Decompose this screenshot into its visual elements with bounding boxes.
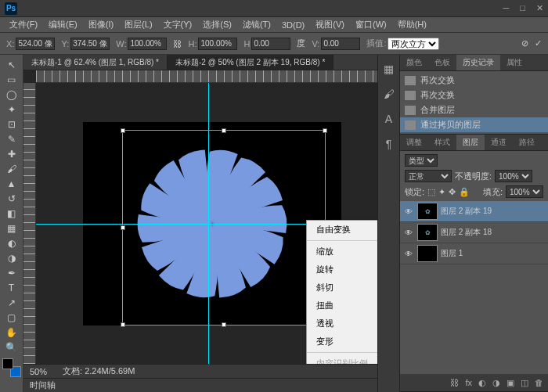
x-input[interactable] (16, 38, 55, 50)
panel-tab[interactable]: 样式 (428, 135, 456, 150)
transform-handle-nw[interactable] (121, 128, 125, 133)
visibility-icon[interactable]: 👁 (403, 228, 414, 237)
group-icon[interactable]: ▣ (507, 378, 514, 388)
adjustment-icon[interactable]: ◑ (492, 378, 500, 388)
minimize-icon[interactable]: ─ (503, 3, 510, 13)
menu-item[interactable]: 文字(Y) (159, 17, 197, 32)
context-menu-item[interactable]: 自由变换 (307, 221, 377, 239)
lock-position-icon[interactable]: ✥ (449, 187, 456, 197)
layer-filter-select[interactable]: 类型 (405, 154, 438, 167)
zoom-tool[interactable]: 🔍 (3, 340, 20, 354)
menu-item[interactable]: 选择(S) (198, 17, 236, 32)
fill-select[interactable]: 100% (506, 185, 543, 198)
context-menu-item[interactable]: 扭曲 (307, 297, 377, 315)
h-input[interactable] (198, 38, 237, 50)
document-tab[interactable]: 未标题-1 @ 62.4% (图层 1, RGB/8) * (23, 55, 168, 70)
lasso-tool[interactable]: ◯ (3, 88, 20, 102)
marquee-tool[interactable]: ▭ (3, 73, 20, 87)
eraser-tool[interactable]: ◧ (3, 207, 20, 221)
dock-icon-para[interactable]: ¶ (381, 136, 397, 152)
menu-item[interactable]: 编辑(E) (44, 17, 82, 32)
panel-tab[interactable]: 路径 (513, 135, 541, 150)
document-tab[interactable]: 未标题-2 @ 50% (图层 2 副本 19, RGB/8) * (168, 55, 333, 70)
hand-tool[interactable]: ✋ (3, 325, 20, 340)
panel-tab[interactable]: 图层 (456, 135, 485, 150)
new-layer-icon[interactable]: ◫ (521, 378, 528, 388)
link-icon[interactable]: ⛓ (173, 39, 182, 49)
visibility-icon[interactable]: 👁 (403, 250, 414, 258)
move-tool[interactable]: ↖ (3, 58, 20, 72)
zoom-value[interactable]: 50% (30, 367, 47, 376)
shape-tool[interactable]: ▢ (3, 311, 20, 325)
eyedropper-tool[interactable]: ✎ (3, 132, 20, 146)
visibility-icon[interactable]: 👁 (403, 207, 414, 216)
transform-handle-w[interactable] (121, 225, 125, 230)
menu-item[interactable]: 滤镜(T) (238, 17, 276, 32)
context-menu-item[interactable]: 斜切 (307, 279, 377, 297)
brush-tool[interactable]: 🖌 (3, 162, 20, 176)
menu-item[interactable]: 窗口(W) (351, 17, 391, 32)
w-input[interactable] (128, 38, 167, 50)
canvas-viewport[interactable]: 自由变换缩放旋转斜切扭曲透视变形内容识别比例操控变形旋转 180 度旋转 90 … (36, 83, 377, 364)
dock-icon-brush[interactable]: 🖌 (381, 86, 397, 102)
menu-item[interactable]: 图像(I) (84, 17, 118, 32)
panel-tab[interactable]: 颜色 (400, 55, 428, 70)
context-menu-item[interactable]: 透视 (307, 315, 377, 333)
panel-tab[interactable]: 属性 (500, 55, 528, 70)
layer-row[interactable]: 👁✿图层 2 副本 18 (400, 222, 548, 243)
gradient-tool[interactable]: ▦ (3, 221, 20, 236)
lock-icon[interactable]: 🔒 (459, 187, 470, 197)
interp-select[interactable]: 两次立方 (388, 38, 439, 50)
lock-all-icon[interactable]: ⬚ (427, 187, 435, 197)
fg-color-swatch[interactable] (2, 358, 13, 369)
crop-tool[interactable]: ⊡ (3, 117, 20, 131)
mask-icon[interactable]: ◐ (478, 378, 486, 388)
color-swatches[interactable] (2, 358, 21, 377)
pen-tool[interactable]: ✒ (3, 266, 20, 280)
context-menu-item[interactable]: 旋转 (307, 261, 377, 279)
timeline-label[interactable]: 时间轴 (30, 379, 56, 391)
heal-tool[interactable]: ✚ (3, 147, 20, 161)
v-input[interactable] (321, 38, 360, 50)
type-tool[interactable]: T (3, 281, 20, 295)
opacity-select[interactable]: 100% (495, 170, 532, 182)
context-menu-item[interactable]: 变形 (307, 333, 377, 351)
dodge-tool[interactable]: ◑ (3, 251, 20, 265)
fx-icon[interactable]: fx (465, 378, 472, 387)
menu-item[interactable]: 3D(D) (277, 19, 309, 31)
menu-item[interactable]: 帮助(H) (393, 17, 431, 32)
stamp-tool[interactable]: ▲ (3, 177, 20, 191)
history-item[interactable]: 再次交换 (400, 88, 548, 102)
commit-transform-icon[interactable]: ✓ (535, 38, 542, 49)
transform-handle-s[interactable] (222, 322, 226, 327)
context-menu-item[interactable]: 缩放 (307, 243, 377, 261)
history-item[interactable]: 合并图层 (400, 102, 548, 117)
transform-handle-n[interactable] (222, 128, 226, 133)
menu-item[interactable]: 文件(F) (5, 17, 42, 32)
link-layers-icon[interactable]: ⛓ (450, 378, 459, 387)
transform-handle-sw[interactable] (121, 322, 125, 327)
transform-handle-ne[interactable] (323, 128, 327, 133)
transform-bounds[interactable] (122, 130, 326, 325)
layer-row[interactable]: 👁图层 1 (400, 243, 548, 264)
cancel-transform-icon[interactable]: ⊘ (521, 38, 528, 49)
history-item[interactable]: 通过拷贝的图层 (400, 117, 548, 132)
blend-mode-select[interactable]: 正常 (405, 170, 452, 182)
trash-icon[interactable]: 🗑 (535, 378, 543, 387)
blur-tool[interactable]: ◐ (3, 236, 20, 250)
panel-tab[interactable]: 通道 (485, 135, 513, 150)
history-brush-tool[interactable]: ↺ (3, 192, 20, 206)
panel-tab[interactable]: 历史记录 (456, 55, 500, 70)
dock-icon-swatches[interactable]: ▦ (381, 61, 397, 77)
panel-tab[interactable]: 调整 (400, 135, 428, 150)
angle-input[interactable] (251, 38, 290, 50)
y-input[interactable] (70, 38, 110, 50)
close-icon[interactable]: ✕ (536, 3, 543, 13)
wand-tool[interactable]: ✦ (3, 102, 20, 117)
menu-item[interactable]: 视图(V) (311, 17, 349, 32)
history-item[interactable]: 再次交换 (400, 73, 548, 88)
path-tool[interactable]: ↗ (3, 296, 20, 310)
maximize-icon[interactable]: □ (520, 3, 525, 13)
layer-row[interactable]: 👁✿图层 2 副本 19 (400, 201, 548, 222)
menu-item[interactable]: 图层(L) (120, 17, 157, 32)
